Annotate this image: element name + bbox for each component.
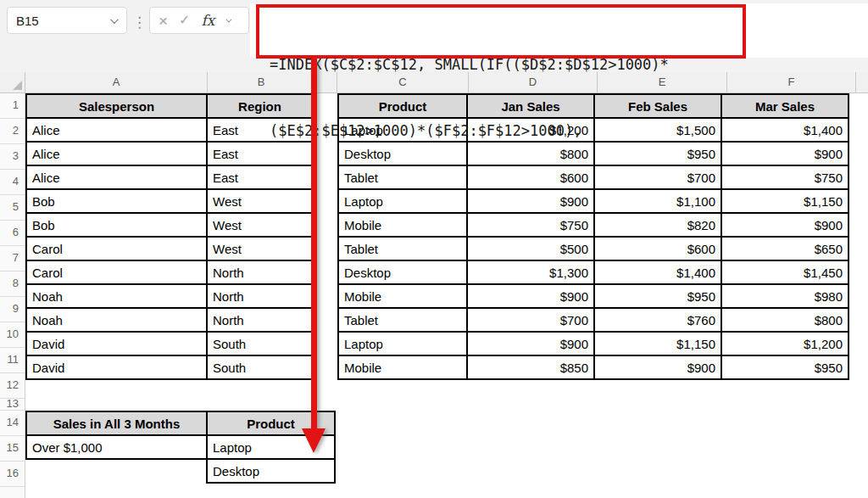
corner-triangle-icon [13, 81, 22, 90]
cell-feb-sales[interactable]: $820 [594, 213, 721, 237]
table-row: Mobile $900 $950 $980 [338, 284, 849, 308]
cell-feb-sales[interactable]: $1,400 [594, 260, 721, 284]
cell-feb-sales[interactable]: $1,150 [594, 332, 721, 355]
cell-mar-sales[interactable]: $980 [721, 284, 849, 308]
row-number[interactable]: 1 [0, 93, 25, 119]
row-number[interactable]: 14 [0, 411, 25, 436]
select-all-corner[interactable] [0, 72, 25, 92]
enter-icon[interactable]: ✓ [179, 14, 190, 27]
cell-product[interactable]: Desktop [338, 260, 467, 284]
row-number[interactable]: 4 [0, 170, 25, 195]
column-header-overflow [856, 72, 868, 92]
formula-line-1: =INDEX($C$2:$C$12, SMALL(IF(($D$2:$D$12>… [270, 53, 743, 76]
cell-region[interactable]: West [207, 237, 313, 260]
cell-criteria[interactable]: Over $1,000 [26, 435, 207, 459]
formula-line-2: ($E$2:$E$12>1000)*($F$2:$F$12>1000), [270, 120, 743, 142]
chevron-down-icon[interactable] [226, 16, 232, 22]
cell-region[interactable]: North [207, 260, 313, 284]
cell-product[interactable]: Mobile [338, 213, 467, 237]
cell-salesperson[interactable]: Alice [26, 165, 207, 189]
cell-salesperson[interactable]: Carol [26, 237, 207, 260]
table-row: Bob West [26, 213, 313, 237]
cell-jan-sales[interactable]: $750 [467, 213, 594, 237]
cell-product[interactable]: Mobile [338, 284, 467, 308]
cell-mar-sales[interactable]: $650 [721, 237, 849, 260]
cell-feb-sales[interactable]: $760 [594, 308, 721, 332]
column-header-f[interactable]: F [727, 72, 856, 92]
table-row: Noah North [26, 284, 313, 308]
cell-product[interactable]: Mobile [338, 355, 467, 379]
cell-jan-sales[interactable]: $900 [467, 284, 594, 308]
cell-product[interactable]: Tablet [338, 308, 467, 332]
cell-salesperson[interactable]: Noah [26, 284, 207, 308]
name-box[interactable]: B15 [7, 7, 127, 34]
cell-salesperson[interactable]: Alice [26, 142, 207, 165]
cell-salesperson[interactable]: Bob [26, 213, 207, 237]
cell-mar-sales[interactable]: $800 [721, 308, 849, 332]
table-row: Carol North [26, 260, 313, 284]
cell-jan-sales[interactable]: $1,300 [467, 260, 594, 284]
header-salesperson[interactable]: Salesperson [26, 94, 207, 118]
cell-mar-sales[interactable]: $1,450 [721, 260, 849, 284]
cell-region[interactable]: West [207, 189, 313, 213]
cell-product[interactable]: Tablet [338, 237, 467, 260]
cell-salesperson[interactable]: David [26, 355, 207, 379]
table-row: David South [26, 332, 313, 355]
row-number[interactable]: 2 [0, 119, 25, 144]
row-number[interactable]: 10 [0, 322, 25, 348]
cell-jan-sales[interactable]: $900 [467, 332, 594, 355]
cell-mar-sales[interactable]: $900 [721, 213, 849, 237]
insert-function-icon[interactable]: fx [202, 12, 215, 29]
table-row: Desktop $1,300 $1,400 $1,450 [338, 260, 849, 284]
cell-mar-sales[interactable]: $1,200 [721, 332, 849, 355]
table-row: Laptop $900 $1,150 $1,200 [338, 332, 849, 355]
column-header-a[interactable]: A [25, 72, 208, 92]
table-row: Mobile $850 $900 $950 [338, 355, 849, 379]
chevron-down-icon[interactable] [110, 15, 119, 24]
cell-salesperson[interactable]: Carol [26, 260, 207, 284]
header-result-product[interactable]: Product [207, 411, 335, 435]
cell-mar-sales[interactable]: $1,150 [721, 189, 849, 213]
row-number[interactable]: 8 [0, 271, 25, 297]
cell-criteria[interactable] [26, 459, 207, 483]
row-number[interactable]: 7 [0, 246, 25, 271]
cell-feb-sales[interactable]: $950 [594, 284, 721, 308]
row-number[interactable]: 13 [0, 399, 25, 411]
row-number[interactable]: 16 [0, 462, 25, 487]
cell-jan-sales[interactable]: $500 [467, 237, 594, 260]
cell-region[interactable]: North [207, 308, 313, 332]
cell-feb-sales[interactable]: $1,100 [594, 189, 721, 213]
cell-product[interactable]: Laptop [338, 189, 467, 213]
row-number[interactable]: 5 [0, 195, 25, 221]
row-number[interactable]: 6 [0, 221, 25, 246]
cell-product[interactable]: Laptop [338, 332, 467, 355]
cell-salesperson[interactable]: Alice [26, 118, 207, 142]
row-number[interactable]: 15 [0, 436, 25, 462]
table-row: Noah North [26, 308, 313, 332]
row-number[interactable]: 11 [0, 348, 25, 373]
cell-region[interactable]: North [207, 284, 313, 308]
cell-salesperson[interactable]: Noah [26, 308, 207, 332]
kebab-menu-icon[interactable]: ⋮ [132, 10, 144, 36]
cell-salesperson[interactable]: Bob [26, 189, 207, 213]
cell-jan-sales[interactable]: $900 [467, 189, 594, 213]
row-number[interactable]: 12 [0, 373, 25, 399]
cell-feb-sales[interactable]: $900 [594, 355, 721, 379]
table-header-row: Sales in All 3 Months Product [26, 411, 335, 435]
row-number[interactable]: 9 [0, 297, 25, 322]
table-row: David South [26, 355, 313, 379]
cell-region[interactable]: West [207, 213, 313, 237]
cell-mar-sales[interactable]: $950 [721, 355, 849, 379]
cell-region[interactable]: South [207, 355, 313, 379]
cell-result-product[interactable]: Desktop [207, 459, 335, 483]
cell-jan-sales[interactable]: $700 [467, 308, 594, 332]
formula-input-annotated[interactable]: =INDEX($C$2:$C$12, SMALL(IF(($D$2:$D$12>… [256, 4, 746, 59]
header-sales-in-all-3-months[interactable]: Sales in All 3 Months [26, 411, 207, 435]
cell-jan-sales[interactable]: $850 [467, 355, 594, 379]
cell-region[interactable]: South [207, 332, 313, 355]
cell-salesperson[interactable]: David [26, 332, 207, 355]
row-number[interactable]: 3 [0, 144, 25, 170]
cell-feb-sales[interactable]: $600 [594, 237, 721, 260]
cancel-icon[interactable]: × [159, 13, 168, 29]
cell-result-product[interactable]: Laptop [207, 435, 335, 459]
